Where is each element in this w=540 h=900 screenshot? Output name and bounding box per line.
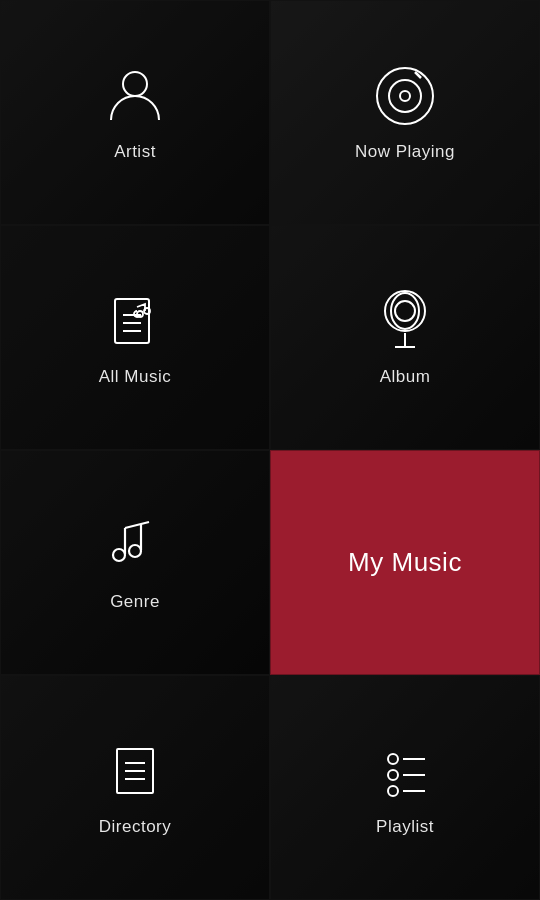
svg-point-3 bbox=[400, 91, 410, 101]
svg-point-2 bbox=[389, 80, 421, 112]
svg-point-9 bbox=[144, 308, 150, 314]
svg-point-18 bbox=[113, 549, 125, 561]
microphone-icon bbox=[373, 289, 437, 353]
lines-icon bbox=[103, 739, 167, 803]
svg-point-1 bbox=[377, 68, 433, 124]
album-content: Album bbox=[373, 289, 437, 387]
album-cell[interactable]: Album bbox=[270, 225, 540, 450]
svg-rect-4 bbox=[115, 299, 149, 343]
artist-label: Artist bbox=[114, 142, 156, 162]
all-music-label: All Music bbox=[99, 367, 172, 387]
my-music-content: My Music bbox=[348, 547, 462, 578]
svg-point-26 bbox=[388, 770, 398, 780]
now-playing-label: Now Playing bbox=[355, 142, 455, 162]
genre-label: Genre bbox=[110, 592, 160, 612]
music-note-icon bbox=[103, 289, 167, 353]
directory-cell[interactable]: Directory bbox=[0, 675, 270, 900]
svg-point-24 bbox=[388, 754, 398, 764]
svg-point-19 bbox=[129, 545, 141, 557]
album-label: Album bbox=[380, 367, 431, 387]
genre-content: Genre bbox=[103, 514, 167, 612]
svg-point-28 bbox=[388, 786, 398, 796]
all-music-cell[interactable]: All Music bbox=[0, 225, 270, 450]
person-icon bbox=[103, 64, 167, 128]
artist-cell[interactable]: Artist bbox=[0, 0, 270, 225]
svg-point-12 bbox=[395, 301, 415, 321]
main-grid: Artist Now Playing bbox=[0, 0, 540, 900]
artist-content: Artist bbox=[103, 64, 167, 162]
svg-line-17 bbox=[125, 522, 149, 528]
playlist-label: Playlist bbox=[376, 817, 434, 837]
my-music-label: My Music bbox=[348, 547, 462, 578]
list-icon bbox=[373, 739, 437, 803]
now-playing-cell[interactable]: Now Playing bbox=[270, 0, 540, 225]
directory-label: Directory bbox=[99, 817, 172, 837]
now-playing-content: Now Playing bbox=[355, 64, 455, 162]
all-music-content: All Music bbox=[99, 289, 172, 387]
genre-cell[interactable]: Genre bbox=[0, 450, 270, 675]
playlist-cell[interactable]: Playlist bbox=[270, 675, 540, 900]
my-music-cell[interactable]: My Music bbox=[270, 450, 540, 675]
playlist-content: Playlist bbox=[373, 739, 437, 837]
directory-content: Directory bbox=[99, 739, 172, 837]
music-note2-icon bbox=[103, 514, 167, 578]
svg-point-0 bbox=[123, 72, 147, 96]
record-icon bbox=[373, 64, 437, 128]
